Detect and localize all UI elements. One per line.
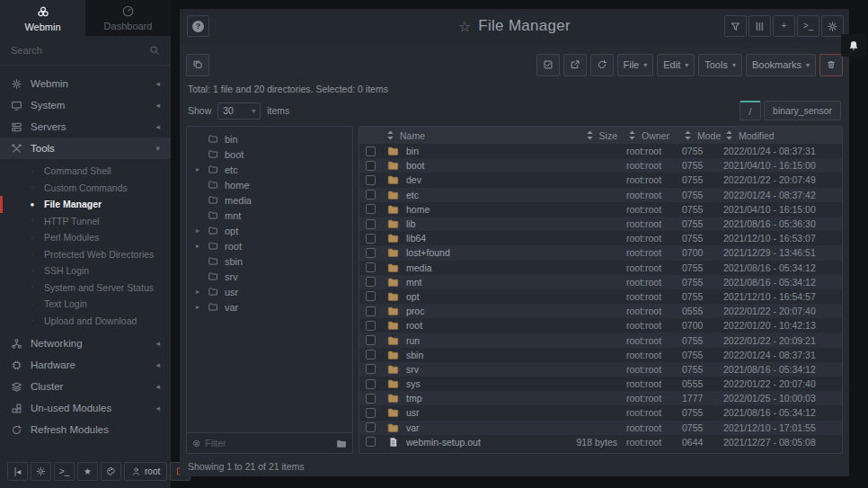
sidebar-item-refresh-modules[interactable]: Refresh Modules [0,419,171,440]
column-header-name[interactable]: Name [381,129,554,141]
tree-item-mnt[interactable]: mnt [187,208,352,223]
row-checkbox[interactable] [366,190,376,200]
terminal-button[interactable]: >_ [797,15,819,37]
column-header-mode[interactable]: Mode [682,129,723,141]
select-all-button[interactable] [536,54,560,76]
tree-item-var[interactable]: ▸var [187,299,352,315]
tree-filter-input[interactable] [205,438,332,448]
sidebar-subitem-perl-modules[interactable]: ◦Perl Modules [0,229,171,246]
row-checkbox[interactable] [366,364,376,374]
row-checkbox[interactable] [366,161,376,171]
tab-dashboard[interactable]: Dashboard [85,0,171,36]
file-name[interactable]: tmp [406,393,554,404]
favorite-star-icon[interactable]: ☆ [458,18,471,35]
help-button[interactable]: ? [187,15,209,37]
table-row[interactable]: lost+foundroot:root07002021/12/29 - 13:4… [359,245,842,260]
table-row[interactable]: bootroot:root07552021/04/10 - 16:15:00 [359,158,842,173]
row-checkbox[interactable] [366,394,376,404]
expander-icon[interactable]: ▸ [194,165,201,173]
table-row[interactable]: libroot:root07552021/08/16 - 05:36:30 [359,217,842,231]
file-name[interactable]: proc [406,306,554,316]
file-name[interactable]: var [406,422,554,433]
expander-icon[interactable]: ▸ [194,226,201,235]
sidebar-item-networking[interactable]: Networking◂ [0,333,171,354]
columns-button[interactable]: ||| [748,15,771,37]
bookmarks-menu-button[interactable]: Bookmarks▾ [746,54,816,76]
sidebar-subitem-http-tunnel[interactable]: ◦HTTP Tunnel [0,213,171,230]
notifications-button[interactable] [841,34,866,57]
tree-item-opt[interactable]: ▸opt [187,223,352,238]
copy-path-button[interactable] [186,54,209,76]
row-checkbox[interactable] [366,146,376,156]
sidebar-item-system[interactable]: System◂ [0,94,171,116]
row-checkbox[interactable] [366,408,376,418]
table-row[interactable]: varroot:root07552021/12/10 - 17:01:55 [359,421,842,435]
sidebar-item-tools[interactable]: Tools▾ [0,138,171,159]
table-row[interactable]: mediaroot:root07552021/08/16 - 05:34:12 [359,261,842,275]
table-row[interactable]: etcroot:root07552022/01/24 - 08:37:42 [359,188,842,202]
tree-item-media[interactable]: media [187,192,352,208]
refresh-list-button[interactable] [590,54,614,76]
file-name[interactable]: lib64 [406,233,554,244]
expander-icon[interactable]: ▸ [194,242,201,250]
table-row[interactable]: procroot:root05552022/01/22 - 20:07:40 [359,304,842,318]
favorites-button[interactable]: ★ [77,462,98,481]
table-row[interactable]: optroot:root07552021/12/10 - 16:54:57 [359,289,842,304]
column-header-modified[interactable]: Modified [723,129,842,141]
tree-item-home[interactable]: home [187,177,352,192]
file-name[interactable]: run [406,335,554,346]
file-name[interactable]: usr [406,407,554,418]
table-row[interactable]: devroot:root07552022/01/22 - 20:07:49 [359,173,842,187]
row-checkbox[interactable] [366,219,376,229]
row-checkbox[interactable] [366,379,376,389]
row-checkbox[interactable] [366,175,376,185]
tree-item-srv[interactable]: srv [187,269,352,284]
tree-item-bin[interactable]: bin [187,131,352,146]
sidebar-subitem-system-and-server-status[interactable]: ◦System and Server Status [0,279,171,297]
delete-button[interactable] [819,54,843,76]
table-row[interactable]: rootroot:root07002022/01/20 - 10:42:13 [359,318,842,333]
search-input[interactable] [11,45,149,56]
row-checkbox[interactable] [366,234,376,244]
row-checkbox[interactable] [366,437,376,447]
collapse-sidebar-button[interactable]: |◂ [7,462,28,481]
file-name[interactable]: media [406,262,554,273]
sidebar-item-cluster[interactable]: Cluster◂ [0,376,171,397]
expander-icon[interactable]: ▸ [194,303,201,311]
current-user-button[interactable]: root [124,462,167,481]
sidebar-item-webmin[interactable]: Webmin◂ [0,73,171,94]
sidebar-subitem-file-manager[interactable]: ●File Manager [0,196,171,213]
open-shell-button[interactable]: >_ [54,462,75,481]
file-name[interactable]: lib [406,218,554,229]
column-header-owner[interactable]: Owner [626,129,682,141]
file-name[interactable]: root [406,320,554,331]
sidebar-subitem-protected-web-directories[interactable]: ◦Protected Web Directories [0,246,171,263]
table-row[interactable]: tmproot:root17772022/01/25 - 10:00:03 [359,391,842,405]
row-checkbox[interactable] [366,422,376,432]
tools-menu-button[interactable]: Tools▾ [698,54,742,76]
file-name[interactable]: lost+found [406,247,554,258]
table-row[interactable]: binroot:root07552022/01/24 - 08:37:31 [359,144,842,158]
tree-item-usr[interactable]: ▸usr [187,284,352,299]
settings-button[interactable] [821,15,844,37]
sidebar-item-servers[interactable]: Servers◂ [0,116,171,138]
tree-item-root[interactable]: ▸root [187,238,352,253]
table-row[interactable]: sysroot:root05552022/01/22 - 20:07:40 [359,377,842,391]
sidebar-subitem-text-login[interactable]: ◦Text Login [0,296,171,313]
file-name[interactable]: etc [406,190,554,200]
table-row[interactable]: srvroot:root07552021/08/16 - 05:34:12 [359,362,842,377]
tree-item-sbin[interactable]: sbin [187,253,352,269]
row-checkbox[interactable] [366,306,376,316]
filter-button[interactable] [724,15,747,37]
file-name[interactable]: boot [406,160,554,171]
table-row[interactable]: mntroot:root07552021/08/16 - 05:34:12 [359,275,842,289]
export-button[interactable] [563,54,587,76]
breadcrumb-current-button[interactable]: binary_sensor [764,101,841,120]
table-row[interactable]: homeroot:root07552021/04/10 - 16:15:00 [359,202,842,217]
clear-filter-icon[interactable]: ⊗ [192,438,200,449]
table-row[interactable]: usrroot:root07552021/08/16 - 05:34:12 [359,405,842,420]
sidebar-subitem-upload-and-download[interactable]: ◦Upload and Download [0,313,171,330]
table-row[interactable]: sbinroot:root07552022/01/24 - 08:37:31 [359,348,842,362]
sidebar-subitem-ssh-login[interactable]: ◦SSH Login [0,262,171,279]
tab-webmin[interactable]: Webmin [0,0,85,36]
